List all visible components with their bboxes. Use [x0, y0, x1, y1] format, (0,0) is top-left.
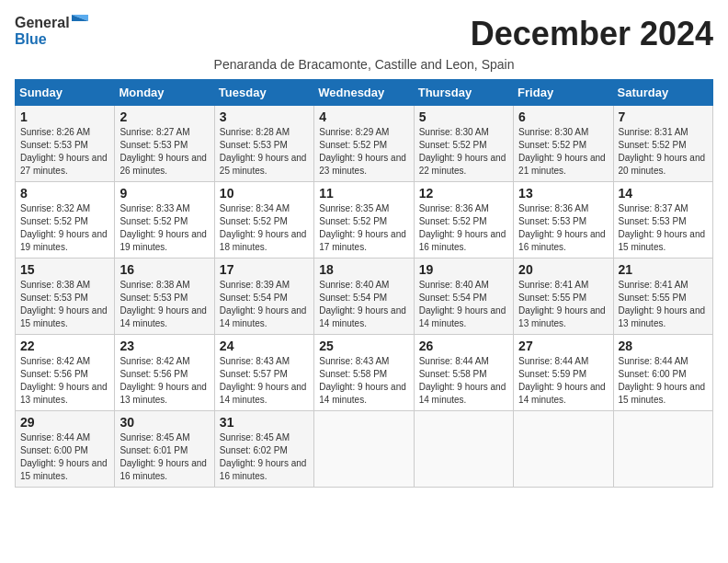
day-info: Sunrise: 8:37 AM Sunset: 5:53 PM Dayligh…	[619, 202, 708, 254]
day-number: 2	[119, 109, 209, 124]
sunrise-label: Sunrise: 8:43 AM	[220, 356, 290, 366]
daylight-label: Daylight: 9 hours and 15 minutes.	[619, 382, 706, 405]
daylight-label: Daylight: 9 hours and 14 minutes.	[419, 305, 506, 328]
calendar-cell: 2 Sunrise: 8:27 AM Sunset: 5:53 PM Dayli…	[115, 106, 214, 182]
day-info: Sunrise: 8:41 AM Sunset: 5:55 PM Dayligh…	[619, 279, 708, 330]
sunset-label: Sunset: 5:56 PM	[119, 369, 188, 379]
sunset-label: Sunset: 5:56 PM	[20, 369, 88, 379]
day-info: Sunrise: 8:44 AM Sunset: 6:00 PM Dayligh…	[619, 355, 708, 407]
day-info: Sunrise: 8:36 AM Sunset: 5:53 PM Dayligh…	[518, 202, 608, 254]
calendar-cell	[314, 411, 414, 488]
calendar-cell	[613, 411, 712, 488]
day-number: 4	[319, 109, 408, 124]
calendar-week-row: 8 Sunrise: 8:32 AM Sunset: 5:52 PM Dayli…	[16, 182, 713, 259]
sunset-label: Sunset: 6:02 PM	[220, 445, 288, 455]
sunrise-label: Sunrise: 8:40 AM	[419, 280, 489, 290]
day-info: Sunrise: 8:42 AM Sunset: 5:56 PM Dayligh…	[119, 355, 209, 407]
day-info: Sunrise: 8:45 AM Sunset: 6:01 PM Dayligh…	[119, 431, 209, 483]
calendar-cell: 16 Sunrise: 8:38 AM Sunset: 5:53 PM Dayl…	[115, 259, 214, 335]
sunrise-label: Sunrise: 8:37 AM	[619, 203, 688, 213]
sunrise-label: Sunrise: 8:40 AM	[319, 280, 389, 290]
day-info: Sunrise: 8:44 AM Sunset: 5:59 PM Dayligh…	[518, 355, 608, 407]
day-info: Sunrise: 8:40 AM Sunset: 5:54 PM Dayligh…	[319, 279, 408, 330]
calendar-cell: 12 Sunrise: 8:36 AM Sunset: 5:52 PM Dayl…	[414, 182, 513, 259]
day-number: 11	[319, 186, 408, 201]
sunset-label: Sunset: 5:52 PM	[20, 216, 88, 226]
calendar-cell: 23 Sunrise: 8:42 AM Sunset: 5:56 PM Dayl…	[115, 335, 214, 411]
day-number: 18	[319, 262, 408, 277]
day-info: Sunrise: 8:28 AM Sunset: 5:53 PM Dayligh…	[220, 126, 309, 178]
day-info: Sunrise: 8:36 AM Sunset: 5:52 PM Dayligh…	[419, 202, 508, 254]
daylight-label: Daylight: 9 hours and 17 minutes.	[319, 229, 406, 252]
sunrise-label: Sunrise: 8:36 AM	[419, 203, 489, 213]
day-info: Sunrise: 8:38 AM Sunset: 5:53 PM Dayligh…	[20, 279, 109, 330]
daylight-label: Daylight: 9 hours and 21 minutes.	[518, 153, 606, 176]
daylight-label: Daylight: 9 hours and 16 minutes.	[220, 458, 307, 481]
calendar-cell: 11 Sunrise: 8:35 AM Sunset: 5:52 PM Dayl…	[314, 182, 414, 259]
sunrise-label: Sunrise: 8:30 AM	[518, 127, 588, 137]
day-info: Sunrise: 8:30 AM Sunset: 5:52 PM Dayligh…	[419, 126, 508, 178]
calendar-table: Sunday Monday Tuesday Wednesday Thursday…	[15, 79, 713, 488]
day-number: 17	[220, 262, 309, 277]
day-number: 30	[119, 415, 209, 430]
daylight-label: Daylight: 9 hours and 23 minutes.	[319, 153, 406, 176]
calendar-cell: 7 Sunrise: 8:31 AM Sunset: 5:52 PM Dayli…	[613, 106, 712, 182]
sunrise-label: Sunrise: 8:39 AM	[220, 280, 290, 290]
calendar-cell: 3 Sunrise: 8:28 AM Sunset: 5:53 PM Dayli…	[214, 106, 313, 182]
sunset-label: Sunset: 5:58 PM	[419, 369, 487, 379]
page-header: General Blue December 2024	[15, 15, 713, 53]
sunrise-label: Sunrise: 8:41 AM	[619, 280, 688, 290]
daylight-label: Daylight: 9 hours and 20 minutes.	[619, 153, 706, 176]
sunrise-label: Sunrise: 8:34 AM	[220, 203, 290, 213]
day-info: Sunrise: 8:31 AM Sunset: 5:52 PM Dayligh…	[619, 126, 708, 178]
header-saturday: Saturday	[613, 80, 712, 106]
subtitle: Penaranda de Bracamonte, Castille and Le…	[15, 57, 713, 72]
day-number: 5	[419, 109, 508, 124]
sunrise-label: Sunrise: 8:44 AM	[518, 356, 588, 366]
day-number: 16	[119, 262, 209, 277]
sunset-label: Sunset: 5:52 PM	[419, 216, 487, 226]
calendar-cell: 14 Sunrise: 8:37 AM Sunset: 5:53 PM Dayl…	[613, 182, 712, 259]
calendar-cell: 21 Sunrise: 8:41 AM Sunset: 5:55 PM Dayl…	[613, 259, 712, 335]
calendar-cell: 13 Sunrise: 8:36 AM Sunset: 5:53 PM Dayl…	[514, 182, 613, 259]
sunrise-label: Sunrise: 8:32 AM	[20, 203, 90, 213]
daylight-label: Daylight: 9 hours and 16 minutes.	[518, 229, 606, 252]
daylight-label: Daylight: 9 hours and 19 minutes.	[119, 229, 207, 252]
sunrise-label: Sunrise: 8:42 AM	[119, 356, 189, 366]
day-number: 1	[20, 109, 109, 124]
daylight-label: Daylight: 9 hours and 13 minutes.	[518, 305, 606, 328]
sunset-label: Sunset: 5:54 PM	[220, 293, 288, 303]
calendar-cell: 27 Sunrise: 8:44 AM Sunset: 5:59 PM Dayl…	[514, 335, 613, 411]
sunrise-label: Sunrise: 8:44 AM	[419, 356, 489, 366]
calendar-cell: 1 Sunrise: 8:26 AM Sunset: 5:53 PM Dayli…	[16, 106, 115, 182]
sunset-label: Sunset: 6:00 PM	[619, 369, 687, 379]
sunrise-label: Sunrise: 8:38 AM	[20, 280, 90, 290]
day-number: 9	[119, 186, 209, 201]
day-number: 3	[220, 109, 309, 124]
daylight-label: Daylight: 9 hours and 14 minutes.	[518, 382, 606, 405]
sunset-label: Sunset: 5:53 PM	[20, 293, 88, 303]
month-title: December 2024	[471, 15, 713, 53]
sunset-label: Sunset: 5:52 PM	[419, 140, 487, 150]
sunrise-label: Sunrise: 8:29 AM	[319, 127, 389, 137]
day-number: 7	[619, 109, 708, 124]
day-info: Sunrise: 8:43 AM Sunset: 5:58 PM Dayligh…	[319, 355, 408, 407]
header-friday: Friday	[514, 80, 613, 106]
sunrise-label: Sunrise: 8:27 AM	[119, 127, 189, 137]
header-wednesday: Wednesday	[314, 80, 414, 106]
sunrise-label: Sunrise: 8:44 AM	[619, 356, 688, 366]
day-info: Sunrise: 8:33 AM Sunset: 5:52 PM Dayligh…	[119, 202, 209, 254]
day-number: 12	[419, 186, 508, 201]
day-number: 28	[619, 339, 708, 353]
calendar-week-row: 29 Sunrise: 8:44 AM Sunset: 6:00 PM Dayl…	[16, 411, 713, 488]
daylight-label: Daylight: 9 hours and 16 minutes.	[119, 458, 207, 481]
sunrise-label: Sunrise: 8:38 AM	[119, 280, 189, 290]
calendar-cell: 6 Sunrise: 8:30 AM Sunset: 5:52 PM Dayli…	[514, 106, 613, 182]
calendar-body: 1 Sunrise: 8:26 AM Sunset: 5:53 PM Dayli…	[16, 106, 713, 488]
calendar-cell: 25 Sunrise: 8:43 AM Sunset: 5:58 PM Dayl…	[314, 335, 414, 411]
calendar-cell: 17 Sunrise: 8:39 AM Sunset: 5:54 PM Dayl…	[214, 259, 313, 335]
day-info: Sunrise: 8:44 AM Sunset: 5:58 PM Dayligh…	[419, 355, 508, 407]
calendar-cell	[514, 411, 613, 488]
sunset-label: Sunset: 6:00 PM	[20, 445, 88, 455]
sunrise-label: Sunrise: 8:44 AM	[20, 432, 90, 442]
